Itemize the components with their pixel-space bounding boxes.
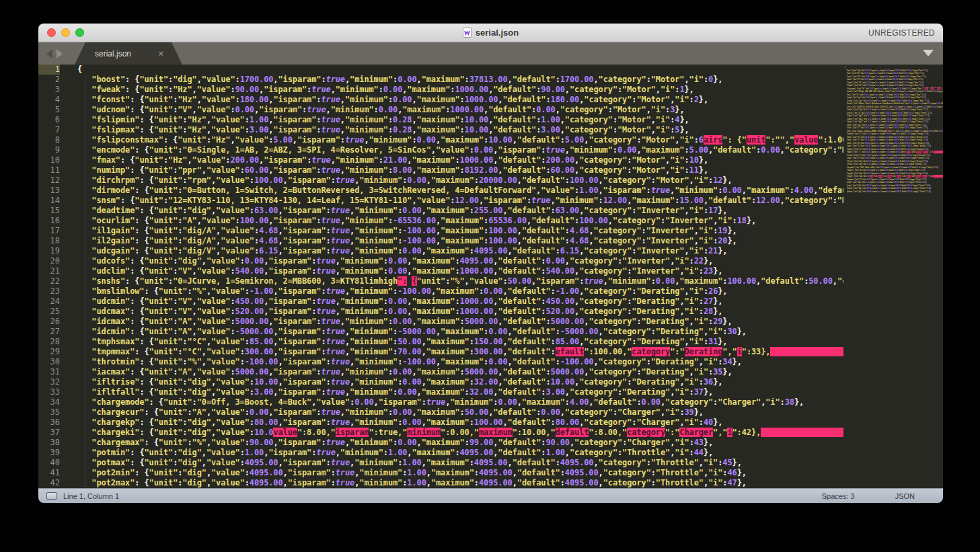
line-number: 33 <box>38 387 60 397</box>
tab-bar: serial.json × <box>38 42 943 65</box>
code-line: "tmpmmax": {"unit":"°C","value":300.00,"… <box>77 347 843 357</box>
line-number: 28 <box>38 337 60 347</box>
minimap-line: "pot2max": {"unit":"dig","value":4095.00… <box>845 190 943 194</box>
code-line: "chargeki": {"unit":"dig","value":10.0va… <box>77 428 843 438</box>
line-number: 11 <box>38 165 60 175</box>
title-bar[interactable]: serial.json UNREGISTERED <box>38 24 943 42</box>
tab-list-dropdown-icon[interactable] <box>923 50 934 56</box>
window-title: serial.json <box>476 28 519 38</box>
line-number: 23 <box>38 286 60 297</box>
line-number: 36 <box>38 418 60 428</box>
code-line: "dirchrpm": {"unit":"rpm","value":100.00… <box>77 175 843 186</box>
editor-main: 1234567891011121314151617181920212223242… <box>38 65 943 488</box>
line-number: 10 <box>38 155 60 165</box>
prev-tab-icon[interactable] <box>46 49 52 58</box>
line-number: 34 <box>38 397 60 407</box>
code-line: "udcnom": {"unit":"V","value":0.00,"ispa… <box>77 105 843 115</box>
line-number: 20 <box>38 256 60 266</box>
code-line: "tmphsmax": {"unit":"°C","value":85.00,"… <box>77 337 843 347</box>
line-number: 13 <box>38 186 60 196</box>
code-line: "encmode": {"unit":"0=Single, 1=AB, 2=AB… <box>77 145 843 155</box>
minimap-content: { "boost": {"unit":"dig","value":1700.00… <box>845 66 943 193</box>
line-number: 30 <box>38 357 60 367</box>
code-line: "fmax": {"unit":"Hz","value":200.00,"isp… <box>77 155 843 165</box>
line-number: 4 <box>38 95 60 105</box>
code-line: "snshs": {"unit":"0=JCurve, 1=Semikron, … <box>77 276 843 286</box>
code-line: "udcmin": {"unit":"V","value":450.00,"is… <box>77 297 843 307</box>
code-area[interactable]: { "boost": {"unit":"dig","value":1700.00… <box>68 65 843 488</box>
line-number: 39 <box>38 448 60 458</box>
document-icon <box>463 28 472 38</box>
line-number: 37 <box>38 428 60 438</box>
code-line: "fslipconstmax": {"unit":"Hz","value":5.… <box>77 135 843 145</box>
line-number: 42 <box>38 478 60 488</box>
code-line: "fslipmin": {"unit":"Hz","value":1.00,"i… <box>77 115 843 125</box>
tab-nav-arrows <box>38 42 69 65</box>
line-number: 12 <box>38 175 60 186</box>
tab-close-icon[interactable]: × <box>158 48 163 58</box>
cursor-position-label: Line 1, Column 1 <box>63 492 119 500</box>
code-line: { <box>77 65 843 75</box>
syntax-selector-button[interactable]: JSON <box>895 492 915 500</box>
indent-settings-button[interactable]: Spaces: 3 <box>822 492 855 500</box>
code-line: "fconst": {"unit":"Hz","value":180.00,"i… <box>77 95 843 105</box>
line-number: 31 <box>38 367 60 377</box>
code-line: "chargemode": {"unit":"0=Off, 3=Boost, 4… <box>77 397 843 407</box>
code-line: "chargemax": {"unit":"%","value":90.00,"… <box>77 438 843 448</box>
code-line: "udclim": {"unit":"V","value":540.00,"is… <box>77 266 843 276</box>
line-number: 27 <box>38 327 60 337</box>
line-number: 15 <box>38 206 60 216</box>
code-line: "udcofs": {"unit":"dig","value":0.00,"is… <box>77 256 843 266</box>
window-title-area: serial.json <box>38 24 943 42</box>
line-number: 7 <box>38 125 60 135</box>
vintage-mode-icon[interactable] <box>46 492 57 500</box>
tab-serial-json[interactable]: serial.json × <box>75 42 182 65</box>
code-line: "fweak": {"unit":"Hz","value":90.00,"isp… <box>77 85 843 95</box>
line-number: 38 <box>38 438 60 448</box>
line-number: 2 <box>38 75 60 85</box>
line-number: 24 <box>38 297 60 307</box>
line-number: 22 <box>38 276 60 286</box>
code-line: "chargecur": {"unit":"A","value":0.00,"i… <box>77 407 843 418</box>
code-line: "potmin": {"unit":"dig","value":1.00,"is… <box>77 448 843 458</box>
line-number: 26 <box>38 317 60 327</box>
line-number: 41 <box>38 468 60 478</box>
code-editor[interactable]: 1234567891011121314151617181920212223242… <box>38 65 843 488</box>
code-line: "potmax": {"unit":"dig","value":4095.00,… <box>77 458 843 468</box>
code-line: "iacmax": {"unit":"A","value":5000.00,"i… <box>77 367 843 377</box>
code-line: "udcmax": {"unit":"V","value":520.00,"is… <box>77 307 843 317</box>
line-number: 17 <box>38 226 60 236</box>
app-window: serial.json UNREGISTERED serial.json × 1… <box>38 24 943 503</box>
code-line: "fslipmax": {"unit":"Hz","value":3.00,"i… <box>77 125 843 135</box>
tab-label: serial.json <box>95 49 131 58</box>
code-line: "ifltfall": {"unit":"dig","value":3.00,"… <box>77 387 843 397</box>
line-number: 3 <box>38 85 60 95</box>
line-number: 14 <box>38 196 60 206</box>
minimap[interactable]: { "boost": {"unit":"dig","value":1700.00… <box>843 65 943 488</box>
code-line: "snsm": {"unit":"12=KTY83-110, 13=KTY84-… <box>77 196 843 206</box>
code-line: "deadtime": {"unit":"dig","value":63.00,… <box>77 206 843 216</box>
code-line: "ocurlim": {"unit":"A","value":100.00,"i… <box>77 216 843 226</box>
next-tab-icon[interactable] <box>56 49 63 58</box>
code-line: "dirmode": {"unit":"0=Button, 1=Switch, … <box>77 186 843 196</box>
code-line: "il1gain": {"unit":"dig/A","value":4.68,… <box>77 226 843 236</box>
code-line: "pot2min": {"unit":"dig","value":4095.00… <box>77 468 843 478</box>
line-number: 16 <box>38 216 60 226</box>
code-line: "chargekp": {"unit":"dig","value":80.00,… <box>77 418 843 428</box>
line-number: 8 <box>38 135 60 145</box>
code-line: "bmslimlow": {"unit":"%","value":-1.00,"… <box>77 286 843 297</box>
code-line: "boost": {"unit":"dig","value":1700.00,"… <box>77 75 843 85</box>
line-number: 19 <box>38 246 60 256</box>
code-line: "ifltrise": {"unit":"dig","value":10.00,… <box>77 377 843 387</box>
line-number-gutter: 1234567891011121314151617181920212223242… <box>38 65 68 488</box>
code-line: "il2gain": {"unit":"dig/A","value":4.68,… <box>77 236 843 246</box>
line-number: 32 <box>38 377 60 387</box>
code-line: "pot2max": {"unit":"dig","value":4095.00… <box>77 478 843 488</box>
code-line: "idcmax": {"unit":"A","value":5000.00,"i… <box>77 317 843 327</box>
status-bar: Line 1, Column 1 Spaces: 3 JSON <box>38 488 943 503</box>
line-number: 35 <box>38 407 60 418</box>
code-line: "idcmin": {"unit":"A","value":-5000.00,"… <box>77 327 843 337</box>
line-number: 1 <box>38 65 60 75</box>
line-number: 21 <box>38 266 60 276</box>
line-number: 9 <box>38 145 60 155</box>
